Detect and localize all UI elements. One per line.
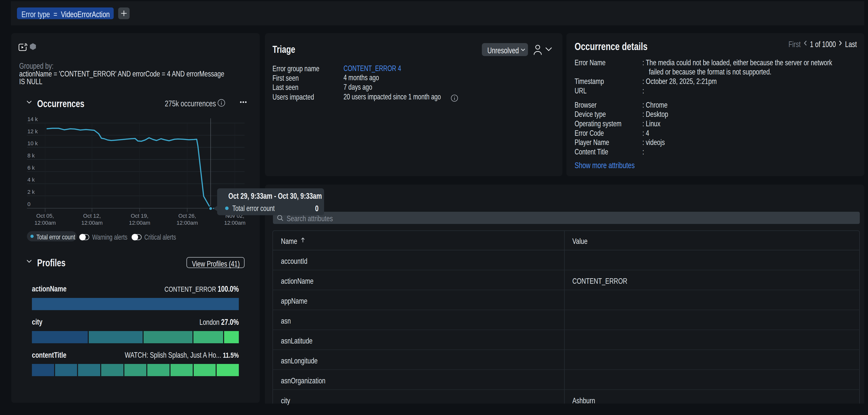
svg-text:10 k: 10 k bbox=[27, 140, 38, 146]
svg-text:12:00am: 12:00am bbox=[177, 220, 198, 226]
svg-text:Oct 19,: Oct 19, bbox=[131, 213, 149, 219]
svg-text:2 k: 2 k bbox=[27, 189, 35, 195]
svg-text:Oct 12,: Oct 12, bbox=[83, 213, 101, 219]
svg-text:8 k: 8 k bbox=[27, 152, 35, 159]
svg-text:6 k: 6 k bbox=[27, 165, 35, 171]
svg-text:12 k: 12 k bbox=[27, 128, 38, 135]
svg-text:Oct 05,: Oct 05, bbox=[36, 213, 54, 219]
svg-text:4 k: 4 k bbox=[27, 177, 35, 183]
svg-text:12:00am: 12:00am bbox=[34, 220, 56, 226]
svg-text:12:00am: 12:00am bbox=[81, 220, 103, 226]
svg-text:14 k: 14 k bbox=[27, 116, 38, 122]
svg-text:12:00am: 12:00am bbox=[224, 220, 246, 226]
svg-text:0: 0 bbox=[27, 201, 30, 207]
svg-text:12:00am: 12:00am bbox=[129, 220, 150, 226]
svg-text:Oct 26,: Oct 26, bbox=[179, 213, 196, 219]
